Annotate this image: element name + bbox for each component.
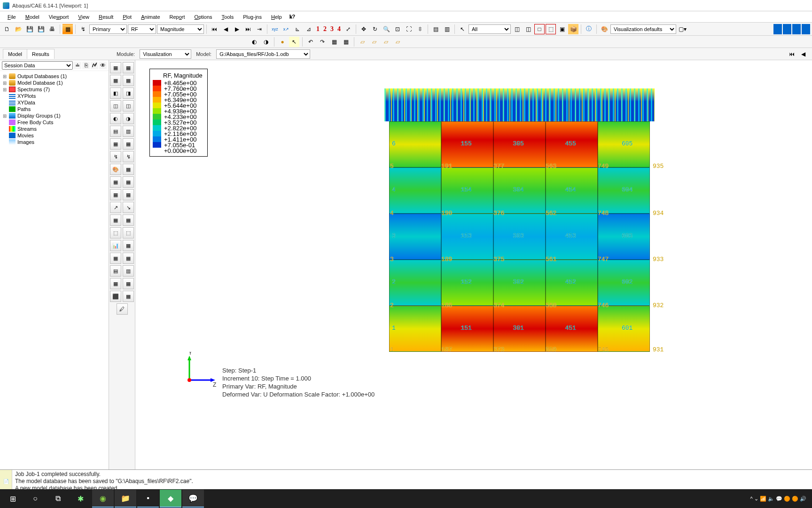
view-4[interactable]: 4 [336,25,342,33]
fit-icon[interactable]: ⛶ [404,24,414,34]
tree-item[interactable]: Movies [1,132,108,139]
app2-icon[interactable]: ◉ [92,490,114,508]
frame-first-icon[interactable]: ⏮ [209,24,219,34]
menu-options[interactable]: Options [191,13,216,21]
palette-tool-icon[interactable]: ⬚ [123,227,134,238]
output-var-select[interactable]: RF [128,24,156,34]
zoom-box-icon[interactable]: ⊡ [392,24,403,34]
menu-file[interactable]: File [4,13,20,21]
palette-tool-icon[interactable]: ▦ [123,138,134,150]
open-file-icon[interactable]: 📂 [13,24,23,34]
palette-tool-icon[interactable]: ▦ [110,189,121,200]
menu-animate[interactable]: Animate [137,13,164,21]
palette-tool-icon[interactable]: ▤ [110,126,121,137]
axis2-icon[interactable]: ⊿ [304,24,314,34]
layout2-icon[interactable] [783,24,791,34]
menu-view[interactable]: View [74,13,93,21]
undo-icon[interactable]: ↶ [305,37,316,47]
variable-type-select[interactable]: Primary [89,24,127,34]
palette-tool-icon[interactable]: ↗ [110,202,121,213]
anim-prev-icon[interactable]: ◀ [798,49,808,59]
palette-tool-icon[interactable]: ▦ [110,138,121,150]
palette-tool-icon[interactable]: ◫ [123,100,134,111]
menu-model[interactable]: Model [22,13,43,21]
system-tray[interactable]: ^ ⌄ 📶 🔈 💬 🟠 🟠 🔊 [750,496,810,502]
frame-prev-icon[interactable]: ◀ [220,24,231,34]
start-button[interactable]: ⊞ [2,490,23,508]
palette-tool-icon[interactable]: ▦ [110,75,121,86]
palette-tool-icon[interactable]: ◧ [110,87,121,99]
palette-tool-icon[interactable]: ▦ [123,75,134,86]
xy-icon[interactable]: x↗ [281,24,291,34]
menu-viewport[interactable]: Viewport [45,13,73,21]
palette-tool-icon[interactable]: ▥ [123,126,134,137]
cortana-icon[interactable]: ○ [24,490,46,508]
menu-result[interactable]: Result [95,13,117,21]
wechat-icon[interactable]: 💬 [182,490,204,508]
tree-item[interactable]: Paths [1,106,108,112]
arrow-sel-icon[interactable]: ↖ [289,37,299,47]
palette-tool-icon[interactable]: ▦ [123,164,134,175]
new-file-icon[interactable]: 🗋 [2,24,12,34]
circ2-icon[interactable]: ◑ [261,37,271,47]
tree-item[interactable]: Images [1,139,108,145]
sel5-icon[interactable]: ▣ [557,24,567,34]
selection-filter-select[interactable]: All [468,24,511,34]
cursor-icon[interactable]: ↖ [457,24,468,34]
palette-tool-icon[interactable]: ▦ [123,253,134,264]
view-2[interactable]: 2 [322,25,328,33]
wire2-icon[interactable]: ▱ [369,37,379,47]
render-style-select[interactable]: Visualization defaults [610,24,676,34]
table-icon[interactable]: ▦ [329,37,339,47]
xyz-icon[interactable]: xyz [270,24,280,34]
app1-icon[interactable]: ✱ [70,490,91,508]
tab-results[interactable]: Results [27,49,55,59]
sel2-icon[interactable]: ◫ [523,24,533,34]
layout3-icon[interactable] [792,24,801,34]
palette-tool-icon[interactable]: ↯ [110,151,121,162]
terminal-icon[interactable]: ▪ [137,490,159,508]
palette-tool-icon[interactable]: ▦ [123,176,134,188]
palette-tool-icon[interactable]: ▦ [123,278,134,289]
palette-tool-icon[interactable]: ▦ [123,240,134,251]
palette-tool-icon[interactable]: ↯ [123,151,134,162]
tree-item[interactable]: ⊞Model Database (1) [1,79,108,86]
grid1-icon[interactable]: ▤ [430,24,441,34]
palette-tool-icon[interactable]: ◨ [123,87,134,99]
info-icon[interactable]: ⓘ [584,24,594,34]
rotate-icon[interactable]: ⤢ [343,24,353,34]
viewport[interactable]: RF, Magnitude +8.465e+00+7.760e+00+7.055… [135,60,812,469]
context-help-icon[interactable]: 𝐤? [289,14,296,20]
palette-tool-icon[interactable]: 🎨 [110,164,121,175]
palette-tool-icon[interactable]: ◑ [123,113,134,124]
model-select[interactable]: G:/Abaqus_files/RF/Job-1.odb [216,49,310,59]
view-1[interactable]: 1 [315,25,321,33]
layout4-icon[interactable] [802,24,810,34]
palette-tool-icon[interactable]: ↘ [123,202,134,213]
palette-tool-icon[interactable]: ▥ [123,265,134,277]
pan-icon[interactable]: ↯ [78,24,88,34]
axis-icon[interactable]: ⊾ [292,24,303,34]
table2-icon[interactable]: ▦ [341,37,351,47]
palette-tool-icon[interactable]: ▦ [110,253,121,264]
tree-up-icon[interactable]: ≐ [74,62,81,69]
save-icon[interactable]: 💾 [24,24,35,34]
frame-next-icon[interactable]: ▶ [232,24,242,34]
grid2-icon[interactable]: ▥ [442,24,452,34]
wire1-icon[interactable]: ▱ [357,37,367,47]
menu-plot[interactable]: Plot [119,13,135,21]
auto-fit-icon[interactable]: ⇳ [415,24,425,34]
tree-item[interactable]: ⊞Spectrums (7) [1,86,108,93]
session-data-select[interactable]: Session Data [2,61,73,70]
mesh-icon[interactable]: ▦ [62,24,73,34]
tree-item[interactable]: Streams [1,126,108,132]
abaqus-icon[interactable]: ◆ [160,490,181,508]
box-icon[interactable]: 📦 [568,24,578,34]
palette-tool-icon[interactable]: ◐ [110,113,121,124]
tree-item[interactable]: Free Body Cuts [1,119,108,126]
palette-tool-icon[interactable]: ▦ [110,214,121,226]
palette-tool-icon[interactable]: ▦ [123,62,134,73]
module-select[interactable]: Visualization [140,49,191,59]
dot-icon[interactable]: ● [277,37,288,47]
menu-help[interactable]: Help [267,13,286,21]
